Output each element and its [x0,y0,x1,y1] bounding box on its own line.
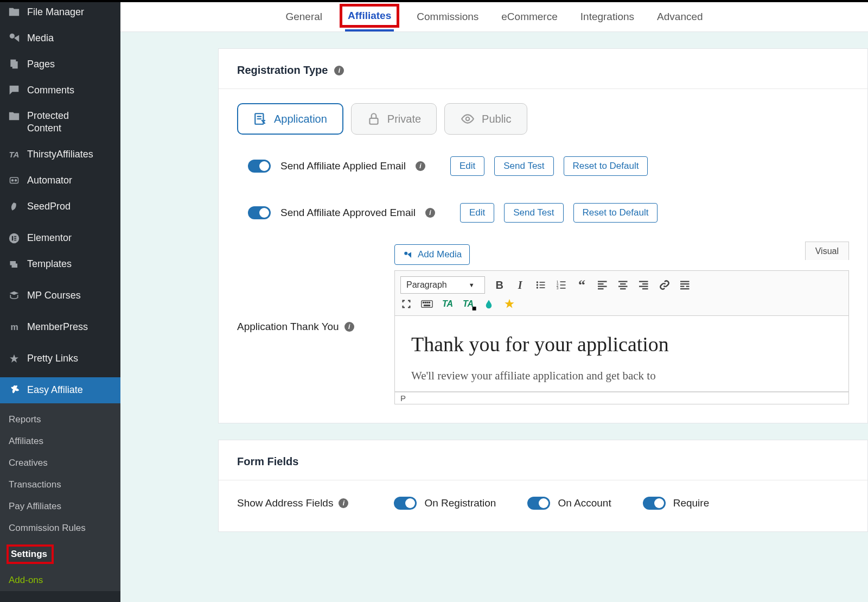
editor-content[interactable]: Thank you for your application We'll rev… [394,316,849,392]
sidebar-item-templates[interactable]: Templates [0,251,120,277]
sidebar-sub-creatives[interactable]: Creatives [0,452,120,474]
svg-rect-2 [12,61,18,68]
toggle-label: Send Affiliate Approved Email [280,207,416,219]
svg-rect-24 [560,281,565,282]
registration-type-options: Application Private Public [237,103,849,135]
sidebar-item-elementor[interactable]: Elementor [0,225,120,251]
svg-rect-18 [539,282,545,283]
numbered-list-icon[interactable]: 123 [556,279,567,291]
editor-tab-visual[interactable]: Visual [805,242,849,260]
toggle-label: Require [673,497,710,509]
keyboard-icon[interactable] [421,298,433,310]
sidebar-sub-reports[interactable]: Reports [0,409,120,430]
svg-rect-39 [639,286,648,287]
svg-point-21 [536,287,538,288]
toggle-require[interactable] [643,497,666,510]
tab-ecommerce[interactable]: eCommerce [501,2,557,31]
info-icon[interactable]: i [339,498,348,508]
ta-shortcode-icon[interactable]: TA [442,298,454,310]
svg-rect-46 [422,301,432,308]
tab-integrations[interactable]: Integrations [580,2,634,31]
sidebar-item-thirstyaffiliates[interactable]: TA ThirstyAffiliates [0,142,120,168]
svg-rect-38 [642,283,648,284]
toggle-on-registration[interactable] [394,497,417,510]
sidebar-item-automator[interactable]: Automator [0,168,120,194]
application-icon [253,112,267,126]
send-test-button[interactable]: Send Test [504,203,563,223]
edit-button[interactable]: Edit [450,156,484,176]
format-select[interactable]: Paragraph▼ [400,276,485,294]
italic-icon[interactable]: I [514,279,526,291]
sidebar-item-pages[interactable]: Pages [0,51,120,77]
svg-rect-50 [429,302,430,303]
regtype-private[interactable]: Private [351,103,437,135]
tab-affiliates[interactable]: Affiliates [345,2,394,31]
sidebar-sub-affiliates[interactable]: Affiliates [0,430,120,452]
media-icon [8,31,21,45]
sidebar-sub-add-ons[interactable]: Add-ons [0,569,120,591]
sidebar-item-seedprod[interactable]: SeedProd [0,194,120,220]
ta-shortcode2-icon[interactable]: TA◼ [462,298,474,310]
sidebar-item-mp-courses[interactable]: MP Courses [0,283,120,309]
sidebar-sub-transactions[interactable]: Transactions [0,474,120,496]
svg-text:3: 3 [556,286,558,290]
camera-icon [403,250,413,259]
add-media-button[interactable]: Add Media [394,244,470,265]
quote-icon[interactable]: “ [576,279,588,291]
more-icon[interactable] [679,279,691,291]
sidebar-sub-commission-rules[interactable]: Commission Rules [0,517,120,539]
reset-default-button[interactable]: Reset to Default [573,203,658,223]
editor-body-text: We'll review your affiliate application … [411,369,832,383]
sidebar-sub-settings[interactable]: Settings [0,539,120,569]
svg-rect-36 [620,288,626,289]
edit-button[interactable]: Edit [460,203,494,223]
svg-rect-35 [618,286,628,287]
svg-rect-29 [598,281,607,282]
star-icon [8,352,21,365]
sidebar-item-memberpress[interactable]: m MemberPress [0,314,120,340]
svg-rect-48 [425,302,426,303]
info-icon[interactable]: i [416,161,425,171]
regtype-public[interactable]: Public [444,103,527,135]
svg-rect-37 [639,281,648,282]
send-test-button[interactable]: Send Test [494,156,553,176]
courses-icon [8,289,21,302]
info-icon[interactable]: i [334,66,344,75]
fullscreen-icon[interactable] [400,298,412,310]
svg-rect-47 [423,302,424,303]
info-icon[interactable]: i [344,322,354,332]
folder-lock-icon [8,110,21,123]
star-tool-icon[interactable] [503,298,515,310]
regtype-application[interactable]: Application [237,103,343,135]
easy-affiliate-icon [8,384,21,397]
link-icon[interactable] [659,279,671,291]
sidebar-item-file-manager[interactable]: File Manager [0,2,120,25]
sidebar-item-easy-affiliate[interactable]: Easy Affiliate [0,377,120,403]
toggle-on-account[interactable] [527,497,550,510]
align-center-icon[interactable] [617,279,629,291]
bullet-list-icon[interactable] [535,279,547,291]
sidebar-item-comments[interactable]: Comments [0,77,120,103]
sidebar-item-media[interactable]: Media [0,25,120,51]
send-approved-email-row: Send Affiliate Approved Email i Edit Sen… [248,203,849,223]
tab-general[interactable]: General [285,2,322,31]
align-left-icon[interactable] [597,279,609,291]
sidebar-item-protected-content[interactable]: ProtectedContent [0,103,120,142]
droplet-icon[interactable] [483,298,495,310]
toggle-applied-email[interactable] [248,160,271,173]
toggle-approved-email[interactable] [248,206,271,219]
reset-default-button[interactable]: Reset to Default [564,156,648,176]
bold-icon[interactable]: B [494,279,506,291]
sidebar-item-label: Templates [27,258,72,270]
sidebar-item-pretty-links[interactable]: Pretty Links [0,346,120,372]
tab-commissions[interactable]: Commissions [417,2,478,31]
tab-advanced[interactable]: Advanced [657,2,703,31]
show-address-fields-row: Show Address Fields i On Registration On… [219,480,867,531]
sidebar-sub-pay-affiliates[interactable]: Pay Affiliates [0,496,120,517]
info-icon[interactable]: i [425,208,435,218]
sidebar-item-label: ThirstyAffiliates [27,149,93,160]
align-right-icon[interactable] [638,279,650,291]
svg-rect-9 [14,238,16,239]
leaf-icon [8,200,21,213]
svg-rect-32 [598,288,604,289]
